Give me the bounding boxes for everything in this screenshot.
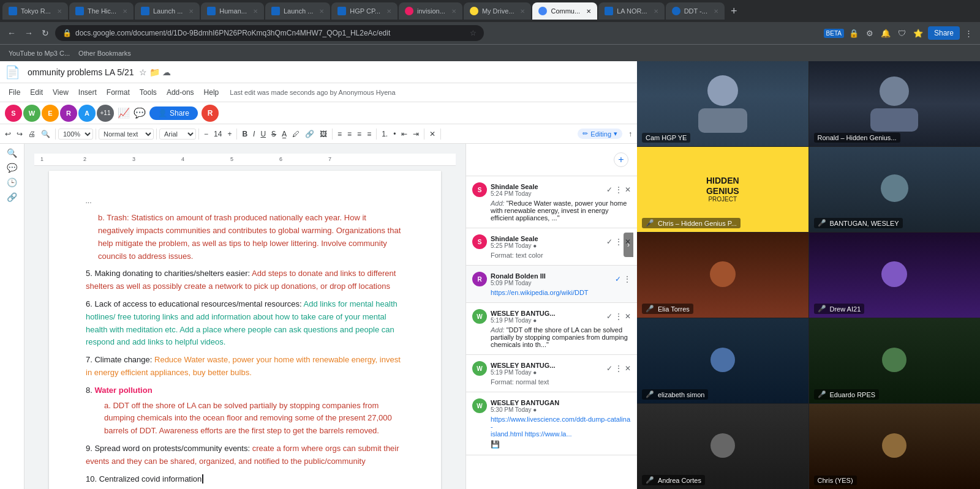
menu-insert[interactable]: Insert	[75, 87, 100, 98]
comment-6-save[interactable]: 💾	[491, 440, 500, 449]
tab-close[interactable]: ✕	[586, 8, 591, 15]
align-right-button[interactable]: ≡	[355, 129, 364, 140]
print-button[interactable]: 🖨	[26, 129, 38, 140]
new-tab-button[interactable]: +	[726, 5, 742, 18]
folder-icon[interactable]: 📁	[149, 67, 160, 77]
comment-3-link[interactable]: https://en.wikipedia.org/wiki/DDT	[472, 289, 631, 296]
menu-format[interactable]: Format	[103, 87, 134, 98]
sidebar-explore-icon[interactable]: 🔍	[5, 146, 19, 160]
user-avatar[interactable]: R	[202, 105, 219, 122]
menu-tools[interactable]: Tools	[136, 87, 160, 98]
chart-icon[interactable]: 📈	[118, 107, 130, 119]
comment-3-resolve-done[interactable]: ✓	[615, 275, 621, 283]
tab-close[interactable]: ✕	[654, 8, 658, 15]
comment-3-more[interactable]: ⋮	[624, 275, 631, 283]
tab-close[interactable]: ✕	[319, 8, 324, 15]
align-center-button[interactable]: ≡	[345, 129, 354, 140]
extension-icon2[interactable]: ⚙	[864, 28, 876, 39]
menu-addons[interactable]: Add-ons	[163, 87, 198, 98]
tab-ddt[interactable]: DDT -... ✕	[666, 2, 725, 20]
back-button[interactable]: ←	[5, 26, 18, 40]
style-select[interactable]: Normal text	[99, 129, 154, 140]
comment-1-more[interactable]: ⋮	[615, 185, 622, 194]
image-button[interactable]: 🖼	[317, 129, 330, 140]
tab-community[interactable]: Commu... ✕	[532, 2, 597, 20]
url-box[interactable]: 🔒 docs.google.com/document/d/1Do-9BdmhI6…	[55, 25, 484, 41]
comment-4-close[interactable]: ✕	[625, 312, 631, 321]
extension-icon4[interactable]: ⭐	[911, 28, 925, 39]
editing-badge[interactable]: ✏ Editing ▾	[578, 129, 622, 139]
menu-view[interactable]: View	[49, 87, 72, 98]
tab-close[interactable]: ✕	[123, 8, 127, 15]
star-title-icon[interactable]: ☆	[139, 67, 147, 77]
tab-launch2[interactable]: Launch ... ✕	[265, 2, 330, 20]
comment-2-more[interactable]: ⋮	[615, 237, 622, 246]
zoom-select[interactable]: 100%	[58, 129, 93, 140]
tab-close[interactable]: ✕	[714, 8, 718, 15]
clear-format-button[interactable]: ✕	[427, 129, 438, 140]
sidebar-links-icon[interactable]: 🔗	[5, 190, 19, 204]
bookmark-youtube[interactable]: YouTube to Mp3 C...	[5, 48, 74, 58]
tab-close[interactable]: ✕	[57, 8, 62, 15]
comment-1-close[interactable]: ✕	[625, 185, 631, 194]
comment-5-resolve[interactable]: ✓	[606, 364, 612, 373]
extension-icon1[interactable]: 🔒	[846, 28, 861, 39]
collapse-button[interactable]: ↑	[626, 129, 635, 140]
sidebar-comment-icon[interactable]: 💬	[5, 161, 19, 174]
decrease-size-button[interactable]: −	[202, 129, 211, 140]
text-color-button[interactable]: A̲	[279, 129, 289, 140]
refresh-button[interactable]: ↻	[39, 26, 51, 40]
underline-button[interactable]: U	[258, 129, 268, 140]
comment-1-resolve[interactable]: ✓	[606, 185, 612, 194]
notifications-icon[interactable]: 🔔	[878, 28, 893, 39]
tab-close[interactable]: ✕	[386, 8, 391, 15]
menu-edit[interactable]: Edit	[26, 87, 47, 98]
update-button[interactable]: Share	[928, 26, 960, 40]
font-select[interactable]: Arial	[159, 129, 196, 140]
numbered-list-button[interactable]: 1.	[379, 129, 390, 140]
comment-2-resolve[interactable]: ✓	[606, 237, 612, 246]
comment-5-close[interactable]: ✕	[625, 364, 631, 373]
italic-button[interactable]: I	[251, 129, 257, 140]
menu-file[interactable]: File	[5, 87, 24, 98]
link-button[interactable]: 🔗	[303, 129, 317, 140]
strikethrough-button[interactable]: S̶	[269, 129, 279, 140]
extension-icon3[interactable]: 🛡	[895, 28, 908, 39]
bullet-list-button[interactable]: •	[391, 129, 398, 140]
tab-hgpcp[interactable]: HGP CP... ✕	[331, 2, 398, 20]
bold-button[interactable]: B	[239, 129, 250, 140]
tab-hic[interactable]: The Hic... ✕	[69, 2, 134, 20]
increase-size-button[interactable]: +	[225, 129, 234, 140]
tab-launch1[interactable]: Launch ... ✕	[135, 2, 200, 20]
tab-close[interactable]: ✕	[520, 8, 525, 15]
other-bookmarks[interactable]: Other Bookmarks	[75, 48, 135, 58]
tab-tokyo[interactable]: Tokyo R... ✕	[2, 2, 68, 20]
tab-invision[interactable]: invision... ✕	[399, 2, 462, 20]
collapse-video-button[interactable]: ›	[624, 233, 633, 257]
share-button[interactable]: 👤 Share	[149, 106, 198, 120]
comment-4-more[interactable]: ⋮	[615, 312, 622, 321]
menu-help[interactable]: Help	[200, 87, 223, 98]
tab-mydrive[interactable]: My Drive... ✕	[464, 2, 532, 20]
undo-button[interactable]: ↩	[2, 129, 13, 140]
add-comment-button[interactable]: +	[614, 152, 628, 167]
tab-close[interactable]: ✕	[451, 8, 456, 15]
comment-icon[interactable]: 💬	[134, 107, 146, 119]
comment-6-link[interactable]: https://www.livescience.com/ddt-dump-cat…	[472, 416, 631, 438]
forward-button[interactable]: →	[22, 26, 36, 40]
justify-button[interactable]: ≡	[364, 129, 374, 140]
indent-more-button[interactable]: ⇥	[410, 129, 421, 140]
tab-human[interactable]: Human... ✕	[201, 2, 264, 20]
tab-close[interactable]: ✕	[189, 8, 194, 15]
tab-la-nor[interactable]: LA NOR... ✕	[598, 2, 665, 20]
comment-4-resolve[interactable]: ✓	[606, 312, 612, 321]
tab-close[interactable]: ✕	[253, 8, 258, 15]
menu-button[interactable]: ⋮	[962, 28, 975, 39]
indent-less-button[interactable]: ⇤	[399, 129, 410, 140]
align-left-button[interactable]: ≡	[335, 129, 344, 140]
star-icon[interactable]: ☆	[470, 29, 477, 37]
spellcheck-button[interactable]: 🔍	[39, 129, 53, 140]
sidebar-history-icon[interactable]: 🕒	[5, 176, 19, 189]
redo-button[interactable]: ↪	[14, 129, 25, 140]
comment-5-more[interactable]: ⋮	[615, 364, 622, 373]
